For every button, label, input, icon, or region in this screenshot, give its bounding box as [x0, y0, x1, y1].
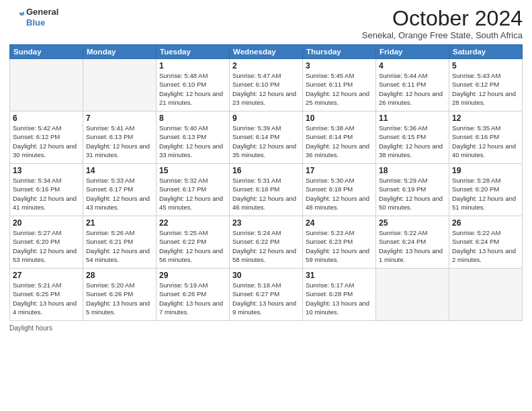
table-row [83, 59, 157, 111]
day-number: 1 [159, 61, 226, 71]
day-number: 26 [452, 218, 519, 228]
table-row: 22Sunrise: 5:25 AM Sunset: 6:22 PM Dayli… [157, 216, 230, 269]
day-info: Sunrise: 5:36 AM Sunset: 6:15 PM Dayligh… [379, 124, 446, 159]
day-info: Sunrise: 5:39 AM Sunset: 6:14 PM Dayligh… [232, 124, 300, 159]
day-info: Sunrise: 5:31 AM Sunset: 6:18 PM Dayligh… [232, 176, 300, 212]
day-number: 18 [379, 166, 446, 175]
day-info: Sunrise: 5:33 AM Sunset: 6:17 PM Dayligh… [86, 176, 153, 212]
day-info: Sunrise: 5:44 AM Sunset: 6:11 PM Dayligh… [379, 71, 446, 107]
footer: Daylight hours [9, 324, 523, 332]
day-info: Sunrise: 5:28 AM Sunset: 6:20 PM Dayligh… [452, 176, 519, 212]
header-wednesday: Wednesday [230, 45, 303, 59]
table-row: 29Sunrise: 5:19 AM Sunset: 6:26 PM Dayli… [157, 269, 230, 321]
day-info: Sunrise: 5:17 AM Sunset: 6:28 PM Dayligh… [306, 281, 373, 316]
day-info: Sunrise: 5:41 AM Sunset: 6:13 PM Dayligh… [86, 124, 153, 159]
day-number: 8 [159, 113, 226, 123]
table-row: 17Sunrise: 5:30 AM Sunset: 6:18 PM Dayli… [303, 164, 376, 216]
day-info: Sunrise: 5:35 AM Sunset: 6:16 PM Dayligh… [452, 124, 519, 159]
table-row: 15Sunrise: 5:32 AM Sunset: 6:17 PM Dayli… [157, 164, 230, 216]
week-row-4: 20Sunrise: 5:27 AM Sunset: 6:20 PM Dayli… [10, 216, 523, 269]
table-row: 25Sunrise: 5:22 AM Sunset: 6:24 PM Dayli… [376, 216, 449, 269]
table-row [449, 269, 523, 321]
week-row-2: 6Sunrise: 5:42 AM Sunset: 6:12 PM Daylig… [10, 111, 523, 164]
table-row [376, 269, 449, 321]
day-number: 13 [13, 166, 80, 175]
day-info: Sunrise: 5:23 AM Sunset: 6:23 PM Dayligh… [306, 228, 373, 264]
subtitle: Senekal, Orange Free State, South Africa [362, 30, 523, 40]
day-number: 14 [86, 166, 153, 175]
table-row [10, 59, 83, 111]
day-number: 19 [452, 166, 519, 175]
table-row: 21Sunrise: 5:26 AM Sunset: 6:21 PM Dayli… [83, 216, 157, 269]
table-row: 31Sunrise: 5:17 AM Sunset: 6:28 PM Dayli… [303, 269, 376, 321]
table-row: 23Sunrise: 5:24 AM Sunset: 6:22 PM Dayli… [230, 216, 303, 269]
day-number: 29 [159, 271, 226, 280]
week-row-3: 13Sunrise: 5:34 AM Sunset: 6:16 PM Dayli… [10, 164, 523, 216]
day-info: Sunrise: 5:42 AM Sunset: 6:12 PM Dayligh… [13, 124, 80, 159]
month-title: October 2024 [362, 7, 523, 30]
logo-line1: General [26, 7, 58, 17]
header-tuesday: Tuesday [157, 45, 230, 59]
day-info: Sunrise: 5:27 AM Sunset: 6:20 PM Dayligh… [13, 228, 80, 264]
day-number: 28 [86, 271, 153, 280]
table-row: 1Sunrise: 5:48 AM Sunset: 6:10 PM Daylig… [157, 59, 230, 111]
day-number: 7 [86, 113, 153, 123]
header-saturday: Saturday [449, 45, 523, 59]
day-info: Sunrise: 5:38 AM Sunset: 6:14 PM Dayligh… [306, 124, 373, 159]
table-row: 14Sunrise: 5:33 AM Sunset: 6:17 PM Dayli… [83, 164, 157, 216]
day-number: 21 [86, 218, 153, 228]
table-row: 4Sunrise: 5:44 AM Sunset: 6:11 PM Daylig… [376, 59, 449, 111]
day-number: 17 [306, 166, 373, 175]
day-info: Sunrise: 5:32 AM Sunset: 6:17 PM Dayligh… [159, 176, 226, 212]
table-row: 5Sunrise: 5:43 AM Sunset: 6:12 PM Daylig… [449, 59, 523, 111]
table-row: 13Sunrise: 5:34 AM Sunset: 6:16 PM Dayli… [10, 164, 83, 216]
table-row: 6Sunrise: 5:42 AM Sunset: 6:12 PM Daylig… [10, 111, 83, 164]
week-row-5: 27Sunrise: 5:21 AM Sunset: 6:25 PM Dayli… [10, 269, 523, 321]
table-row: 30Sunrise: 5:18 AM Sunset: 6:27 PM Dayli… [230, 269, 303, 321]
table-row: 11Sunrise: 5:36 AM Sunset: 6:15 PM Dayli… [376, 111, 449, 164]
calendar: SundayMondayTuesdayWednesdayThursdayFrid… [9, 44, 523, 321]
day-info: Sunrise: 5:43 AM Sunset: 6:12 PM Dayligh… [452, 71, 519, 107]
day-number: 9 [232, 113, 300, 123]
day-number: 25 [379, 218, 446, 228]
day-number: 24 [306, 218, 373, 228]
day-info: Sunrise: 5:22 AM Sunset: 6:24 PM Dayligh… [379, 228, 446, 264]
title-block: October 2024 Senekal, Orange Free State,… [362, 7, 523, 40]
day-number: 31 [306, 271, 373, 280]
table-row: 3Sunrise: 5:45 AM Sunset: 6:11 PM Daylig… [303, 59, 376, 111]
table-row: 28Sunrise: 5:20 AM Sunset: 6:26 PM Dayli… [83, 269, 157, 321]
table-row: 12Sunrise: 5:35 AM Sunset: 6:16 PM Dayli… [449, 111, 523, 164]
header-thursday: Thursday [303, 45, 376, 59]
day-number: 15 [159, 166, 226, 175]
day-number: 6 [13, 113, 80, 123]
header: General Blue October 2024 Senekal, Orang… [9, 7, 523, 40]
day-number: 10 [306, 113, 373, 123]
day-info: Sunrise: 5:18 AM Sunset: 6:27 PM Dayligh… [232, 281, 300, 316]
footer-label: Daylight hours [9, 324, 52, 332]
day-info: Sunrise: 5:47 AM Sunset: 6:10 PM Dayligh… [232, 71, 300, 107]
header-sunday: Sunday [10, 45, 83, 59]
day-number: 22 [159, 218, 226, 228]
table-row: 26Sunrise: 5:22 AM Sunset: 6:24 PM Dayli… [449, 216, 523, 269]
table-row: 18Sunrise: 5:29 AM Sunset: 6:19 PM Dayli… [376, 164, 449, 216]
logo: General Blue [9, 7, 58, 28]
day-info: Sunrise: 5:45 AM Sunset: 6:11 PM Dayligh… [306, 71, 373, 107]
day-info: Sunrise: 5:24 AM Sunset: 6:22 PM Dayligh… [232, 228, 300, 264]
day-number: 11 [379, 113, 446, 123]
day-info: Sunrise: 5:40 AM Sunset: 6:13 PM Dayligh… [159, 124, 226, 159]
day-info: Sunrise: 5:25 AM Sunset: 6:22 PM Dayligh… [159, 228, 226, 264]
table-row: 8Sunrise: 5:40 AM Sunset: 6:13 PM Daylig… [157, 111, 230, 164]
day-number: 30 [232, 271, 300, 280]
calendar-header-row: SundayMondayTuesdayWednesdayThursdayFrid… [10, 45, 523, 59]
day-number: 20 [13, 218, 80, 228]
table-row: 16Sunrise: 5:31 AM Sunset: 6:18 PM Dayli… [230, 164, 303, 216]
logo-line2: Blue [26, 17, 58, 28]
table-row: 24Sunrise: 5:23 AM Sunset: 6:23 PM Dayli… [303, 216, 376, 269]
day-info: Sunrise: 5:48 AM Sunset: 6:10 PM Dayligh… [159, 71, 226, 107]
day-info: Sunrise: 5:29 AM Sunset: 6:19 PM Dayligh… [379, 176, 446, 212]
header-friday: Friday [376, 45, 449, 59]
table-row: 9Sunrise: 5:39 AM Sunset: 6:14 PM Daylig… [230, 111, 303, 164]
table-row: 27Sunrise: 5:21 AM Sunset: 6:25 PM Dayli… [10, 269, 83, 321]
table-row: 20Sunrise: 5:27 AM Sunset: 6:20 PM Dayli… [10, 216, 83, 269]
table-row: 10Sunrise: 5:38 AM Sunset: 6:14 PM Dayli… [303, 111, 376, 164]
